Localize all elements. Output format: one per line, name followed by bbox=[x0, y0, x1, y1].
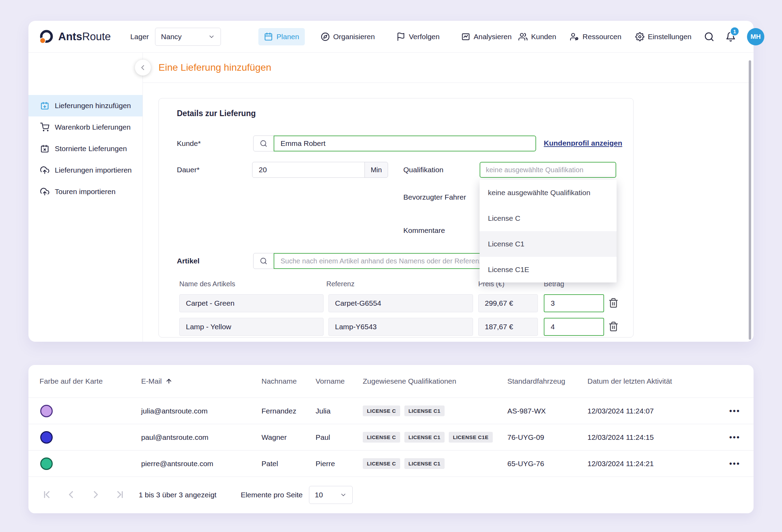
header-email[interactable]: E-Mail bbox=[141, 377, 261, 385]
row-actions-button[interactable] bbox=[727, 407, 742, 416]
kundenprofil-link[interactable]: Kundenprofil anzeigen bbox=[544, 139, 622, 147]
nachname-cell: Fernandez bbox=[261, 407, 316, 415]
artikel-row: Carpet - Green Carpet-G6554 299,67 € bbox=[159, 294, 633, 312]
scrollbar[interactable] bbox=[749, 60, 751, 340]
datum-cell: 12/03/2024 11:24:15 bbox=[587, 433, 702, 442]
nav-item-ressourcen[interactable]: Ressourcen bbox=[569, 29, 623, 44]
dauer-unit: Min bbox=[364, 162, 388, 178]
qualification-badge: LICENSE C1 bbox=[404, 458, 445, 469]
artikel-betrag-input[interactable] bbox=[544, 294, 604, 312]
back-button[interactable] bbox=[135, 60, 151, 76]
map-color-dot bbox=[40, 431, 53, 444]
warehouse-select[interactable]: Nancy bbox=[155, 28, 221, 46]
qualification-badges: LICENSE C LICENSE C1 bbox=[363, 458, 507, 469]
header-nachname: Nachname bbox=[261, 377, 316, 385]
dropdown-option[interactable]: keine ausgewählte Qualifikation bbox=[480, 180, 617, 206]
page-title: Eine Lieferung hinzufügen bbox=[158, 62, 271, 73]
dropdown-option[interactable]: License C1 bbox=[480, 231, 617, 257]
calendar-plus-icon bbox=[40, 101, 49, 110]
search-icon[interactable] bbox=[704, 32, 714, 42]
nav-item-kunden[interactable]: Kunden bbox=[517, 29, 557, 44]
artikel-preis-field[interactable]: 299,67 € bbox=[478, 294, 538, 312]
warehouse-selector: Lager Nancy bbox=[130, 28, 221, 46]
sidebar-item-touren-importieren[interactable]: Touren importieren bbox=[28, 181, 143, 202]
next-page-icon[interactable] bbox=[89, 489, 102, 501]
qualification-badges: LICENSE C LICENSE C1 LICENSE C1E bbox=[363, 432, 507, 443]
sidebar-item-stornierte-lieferungen[interactable]: Stornierte Lieferungen bbox=[28, 138, 143, 159]
email-cell: paul@antsroute.com bbox=[141, 433, 261, 442]
antsroute-logo-icon bbox=[39, 29, 54, 44]
vorname-cell: Pierre bbox=[316, 460, 363, 468]
nachname-cell: Patel bbox=[261, 460, 316, 468]
secondary-navigation: Kunden Ressourcen Einstellungen 1 MH bbox=[517, 28, 764, 45]
artikel-search-icon[interactable] bbox=[253, 253, 274, 269]
email-cell: julia@antsroute.com bbox=[141, 407, 261, 415]
qualification-badge: LICENSE C bbox=[363, 458, 400, 469]
fahrer-label: Bevorzugter Fahrer bbox=[403, 193, 466, 201]
dropdown-option[interactable]: License C bbox=[480, 206, 617, 231]
notifications-button[interactable]: 1 bbox=[725, 32, 736, 42]
map-color-dot bbox=[40, 405, 53, 417]
qualification-badge: LICENSE C1 bbox=[404, 432, 445, 443]
sidebar: Lieferungen hinzufügen Warenkorb Lieferu… bbox=[28, 53, 143, 342]
vorname-cell: Paul bbox=[316, 433, 363, 442]
email-cell: pierre@antsroute.com bbox=[141, 460, 261, 468]
sidebar-item-lieferungen-importieren[interactable]: Lieferungen importieren bbox=[28, 159, 143, 181]
dauer-input[interactable] bbox=[252, 162, 365, 178]
previous-page-icon[interactable] bbox=[66, 489, 78, 501]
datum-cell: 12/03/2024 11:24:21 bbox=[587, 460, 702, 468]
datum-cell: 12/03/2024 11:24:07 bbox=[587, 407, 702, 415]
per-page-label: Elemente pro Seite bbox=[241, 491, 303, 499]
fahrzeug-cell: 65-UYG-76 bbox=[507, 460, 587, 468]
nav-item-verfolgen[interactable]: Verfolgen bbox=[391, 28, 445, 45]
header-farbe: Farbe auf der Karte bbox=[40, 377, 141, 385]
qualifikation-input[interactable] bbox=[480, 162, 616, 178]
avatar[interactable]: MH bbox=[747, 28, 764, 45]
cart-icon bbox=[40, 123, 49, 132]
pagination-summary: 1 bis 3 über 3 angezeigt bbox=[139, 491, 216, 499]
sidebar-item-warenkorb-lieferungen[interactable]: Warenkorb Lieferungen bbox=[28, 116, 143, 138]
artikel-label: Artikel bbox=[177, 257, 199, 265]
kommentare-label: Kommentare bbox=[403, 226, 445, 235]
artikel-header-name: Name des Artikels bbox=[179, 280, 235, 288]
header-fahrzeug: Standardfahrzeug bbox=[507, 377, 587, 385]
app-window: AntsRoute Lager Nancy Planen Organisiere… bbox=[28, 21, 754, 342]
chevron-down-icon bbox=[340, 491, 347, 498]
map-color-dot bbox=[40, 457, 53, 470]
nav-item-planen[interactable]: Planen bbox=[258, 28, 304, 45]
calendar-x-icon bbox=[40, 144, 49, 153]
table-header-row: Farbe auf der Karte E-Mail Nachname Vorn… bbox=[28, 365, 754, 398]
fahrzeug-cell: 76-UYG-09 bbox=[507, 433, 587, 442]
artikel-betrag-input[interactable] bbox=[544, 318, 604, 336]
table-row: paul@antsroute.com Wagner Paul LICENSE C… bbox=[28, 424, 754, 451]
nav-item-analysieren[interactable]: Analysieren bbox=[456, 28, 517, 45]
artikel-referenz-field[interactable]: Lamp-Y6543 bbox=[328, 318, 473, 336]
trash-icon[interactable] bbox=[608, 321, 619, 332]
last-page-icon[interactable] bbox=[113, 489, 126, 501]
row-actions-button[interactable] bbox=[727, 459, 742, 468]
fahrzeug-cell: AS-987-WX bbox=[507, 407, 587, 415]
first-page-icon[interactable] bbox=[42, 489, 54, 501]
flag-icon bbox=[396, 32, 405, 41]
row-actions-button[interactable] bbox=[727, 433, 742, 442]
sidebar-item-lieferungen-hinzufuegen[interactable]: Lieferungen hinzufügen bbox=[28, 95, 143, 116]
per-page-select[interactable]: 10 bbox=[309, 486, 353, 504]
nav-item-organisieren[interactable]: Organisieren bbox=[315, 28, 380, 45]
brand-logo[interactable]: AntsRoute bbox=[39, 29, 111, 44]
nav-item-einstellungen[interactable]: Einstellungen bbox=[634, 29, 693, 44]
kunde-search-icon[interactable] bbox=[253, 136, 274, 151]
kunde-input[interactable] bbox=[274, 136, 536, 151]
qualification-badge: LICENSE C1E bbox=[449, 432, 493, 443]
trash-icon[interactable] bbox=[608, 298, 619, 309]
qualifikation-label: Qualifikation bbox=[403, 166, 444, 174]
artikel-referenz-field[interactable]: Carpet-G6554 bbox=[328, 294, 473, 312]
sort-arrow-up-icon bbox=[165, 378, 172, 385]
dropdown-option[interactable]: License C1E bbox=[480, 257, 617, 282]
artikel-name-field[interactable]: Carpet - Green bbox=[179, 294, 324, 312]
kunde-label: Kunde* bbox=[177, 139, 201, 148]
artikel-preis-field[interactable]: 187,67 € bbox=[478, 318, 538, 336]
compass-icon bbox=[321, 32, 330, 41]
qualification-badge: LICENSE C bbox=[363, 432, 400, 443]
artikel-name-field[interactable]: Lamp - Yellow bbox=[179, 318, 324, 336]
vorname-cell: Julia bbox=[316, 407, 363, 415]
